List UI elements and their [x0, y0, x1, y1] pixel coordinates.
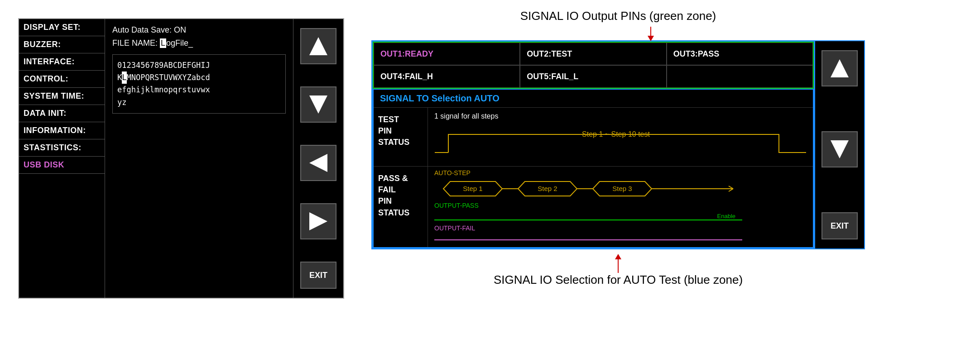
right-button[interactable] [300, 203, 336, 239]
menu-item-interface[interactable]: INTERFACE: [19, 53, 105, 71]
svg-text:Step 2: Step 2 [538, 185, 557, 192]
steps-row: Step 1 Step 2 [434, 179, 807, 198]
test-pin-label: TESTPINSTATUS [374, 108, 428, 166]
left-button[interactable] [300, 145, 336, 181]
menu-item-control[interactable]: CONTROL: [19, 71, 105, 88]
annotation-bottom-label: SIGNAL IO Selection for AUTO Test (blue … [494, 273, 743, 287]
blue-zone-header: SIGNAL TO Selection AUTO [374, 90, 813, 108]
left-panel: DISPLAY SET: BUZZER: INTERFACE: CONTROL:… [18, 18, 344, 299]
svg-marker-20 [831, 59, 849, 77]
output-fail-label: OUTPUT-FAIL [434, 224, 807, 232]
svg-marker-1 [309, 95, 327, 114]
right-up-button[interactable] [821, 50, 858, 86]
pin-row-2: OUT4:FAIL_H OUT5:FAIL_L [374, 65, 813, 88]
steps-svg: Step 1 Step 2 [434, 179, 742, 198]
svg-marker-2 [309, 154, 327, 172]
up-button[interactable] [300, 28, 336, 64]
signal-ui: OUT1:READY OUT2:TEST OUT3:PASS OUT4:FAIL… [371, 40, 815, 249]
right-panel: SIGNAL IO Output PINs (green zone) OUT1:… [371, 9, 865, 287]
annotation-bottom: SIGNAL IO Selection for AUTO Test (blue … [494, 254, 743, 287]
right-down-button[interactable] [821, 131, 858, 167]
output-pass-label: OUTPUT-PASS [434, 202, 807, 209]
test-pin-desc: 1 signal for all steps [434, 112, 807, 120]
output-fail-svg [434, 233, 742, 243]
pin-out1[interactable]: OUT1:READY [374, 43, 520, 65]
menu-column: DISPLAY SET: BUZZER: INTERFACE: CONTROL:… [19, 19, 105, 298]
svg-marker-0 [309, 37, 327, 55]
pin-out5[interactable]: OUT5:FAIL_L [520, 65, 666, 88]
page-container: DISPLAY SET: BUZZER: INTERFACE: CONTROL:… [0, 0, 980, 358]
menu-item-data-init[interactable]: DATA INIT: [19, 105, 105, 122]
test-pin-content: 1 signal for all steps Step 1 ~ Step 10 … [428, 108, 813, 166]
svg-text:Enable: Enable [717, 213, 735, 220]
blue-zone: SIGNAL TO Selection AUTO TESTPINSTATUS 1… [373, 89, 814, 248]
char-grid[interactable]: 0123456789ABCDEFGHIJ KLMNOPQRSTUVWXYZabc… [112, 54, 286, 114]
file-name-label: FILE NAME: LogFile_ [112, 38, 286, 48]
pass-fail-label: PASS &FAILPINSTATUS [374, 167, 428, 247]
down-button[interactable] [300, 86, 336, 123]
pin-out4[interactable]: OUT4:FAIL_H [374, 65, 520, 88]
menu-item-usb[interactable]: USB DISK [19, 157, 105, 174]
content-column: Auto Data Save: ON FILE NAME: LogFile_ 0… [105, 19, 293, 298]
right-exit-button[interactable]: EXIT [821, 212, 858, 239]
blue-zone-body: TESTPINSTATUS 1 signal for all steps Ste… [374, 108, 813, 247]
output-pass-svg: Enable [434, 210, 742, 223]
menu-item-information[interactable]: INFORMATION: [19, 122, 105, 139]
menu-item-statistics[interactable]: STASTISTICS: [19, 139, 105, 157]
output-pass-line: Enable [434, 210, 807, 223]
auto-step-label: AUTO-STEP [434, 169, 807, 177]
menu-item-display[interactable]: DISPLAY SET: [19, 19, 105, 36]
svg-marker-21 [831, 140, 849, 158]
menu-item-system-time[interactable]: SYSTEM TIME: [19, 88, 105, 105]
svg-text:Step 3: Step 3 [612, 185, 632, 192]
pin-empty [667, 65, 813, 88]
left-exit-button[interactable]: EXIT [300, 262, 336, 289]
signal-ui-wrapper: OUT1:READY OUT2:TEST OUT3:PASS OUT4:FAIL… [371, 40, 865, 249]
left-nav-column: EXIT [293, 19, 343, 298]
menu-item-buzzer[interactable]: BUZZER: [19, 36, 105, 53]
svg-marker-3 [309, 212, 327, 230]
auto-save-label: Auto Data Save: ON [112, 25, 286, 35]
char-cursor: L [122, 72, 126, 84]
annotation-top-label: SIGNAL IO Output PINs (green zone) [520, 9, 716, 23]
pin-out2[interactable]: OUT2:TEST [520, 43, 666, 65]
svg-text:Step 1: Step 1 [463, 185, 482, 192]
pin-out3[interactable]: OUT3:PASS [667, 43, 813, 65]
pass-fail-row: PASS &FAILPINSTATUS AUTO-STEP Step 1 [374, 167, 813, 247]
green-zone: OUT1:READY OUT2:TEST OUT3:PASS OUT4:FAIL… [373, 42, 814, 89]
test-waveform: Step 1 ~ Step 10 test [434, 123, 807, 159]
test-pin-row: TESTPINSTATUS 1 signal for all steps Ste… [374, 108, 813, 167]
pin-row-1: OUT1:READY OUT2:TEST OUT3:PASS [374, 43, 813, 65]
pass-fail-content: AUTO-STEP Step 1 [428, 167, 813, 247]
filename-cursor: L [160, 38, 166, 48]
device-ui: DISPLAY SET: BUZZER: INTERFACE: CONTROL:… [18, 18, 344, 299]
right-nav-column: EXIT [815, 40, 865, 249]
